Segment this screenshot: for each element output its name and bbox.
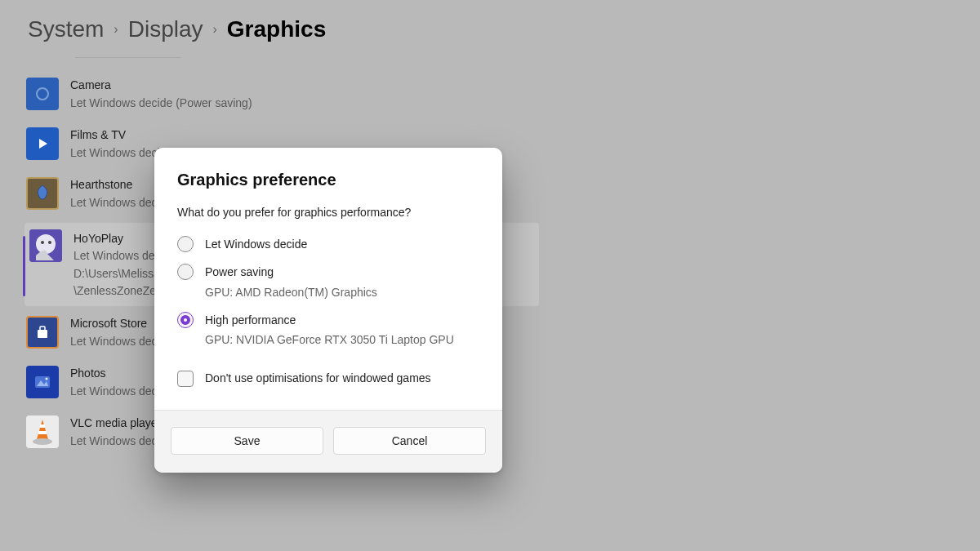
chevron-right-icon: › [114,22,118,37]
crumb-display[interactable]: Display [128,16,203,42]
radio-label: Let Windows decide [205,236,307,252]
svg-point-9 [46,378,48,380]
svg-point-13 [33,438,52,445]
breadcrumb: System › Display › Graphics [0,0,980,57]
radio-icon [177,236,194,252]
radio-gpu-label: GPU: AMD Radeon(TM) Graphics [205,284,377,300]
dialog-title: Graphics preference [177,171,479,189]
camera-icon [26,78,59,110]
dialog-footer: Save Cancel [154,410,502,473]
crumb-system[interactable]: System [28,16,104,42]
radio-let-windows-decide[interactable]: Let Windows decide [177,230,479,258]
hearthstone-icon [26,177,59,210]
store-icon [26,316,59,349]
svg-marker-10 [37,420,48,439]
graphics-preference-dialog: Graphics preference What do you prefer f… [154,148,502,473]
checkbox-icon [177,371,194,387]
svg-marker-0 [39,139,47,149]
app-subtitle: Let Windows decide (Power saving) [70,96,252,112]
app-name: Films & TV [70,127,252,144]
vlc-icon [26,415,59,448]
svg-point-4 [48,241,51,244]
svg-point-3 [41,241,44,244]
radio-gpu-label: GPU: NVIDIA GeForce RTX 3050 Ti Laptop G… [205,331,454,348]
radio-icon [177,312,194,328]
hoyoplay-icon [29,229,62,262]
app-item-camera[interactable]: Camera Let Windows decide (Power saving) [24,73,539,122]
chevron-right-icon: › [213,22,217,37]
app-name: Camera [70,78,252,94]
svg-rect-11 [40,424,45,428]
radio-power-saving[interactable]: Power saving GPU: AMD Radeon(TM) Graphic… [177,258,479,306]
photos-icon [26,366,59,398]
crumb-graphics: Graphics [227,16,326,42]
save-button[interactable]: Save [171,427,323,455]
films-icon [26,127,59,160]
radio-high-performance[interactable]: High performance GPU: NVIDIA GeForce RTX… [177,306,479,354]
radio-icon [177,264,194,280]
checkbox-label: Don't use optimisations for windowed gam… [205,370,431,386]
checkbox-no-optimisations[interactable]: Don't use optimisations for windowed gam… [177,353,479,386]
svg-rect-12 [38,431,47,434]
dialog-question: What do you prefer for graphics performa… [177,206,479,219]
radio-label: Power saving [205,265,274,278]
svg-rect-6 [40,327,45,331]
radio-label: High performance [205,313,296,327]
cancel-button[interactable]: Cancel [333,427,486,455]
